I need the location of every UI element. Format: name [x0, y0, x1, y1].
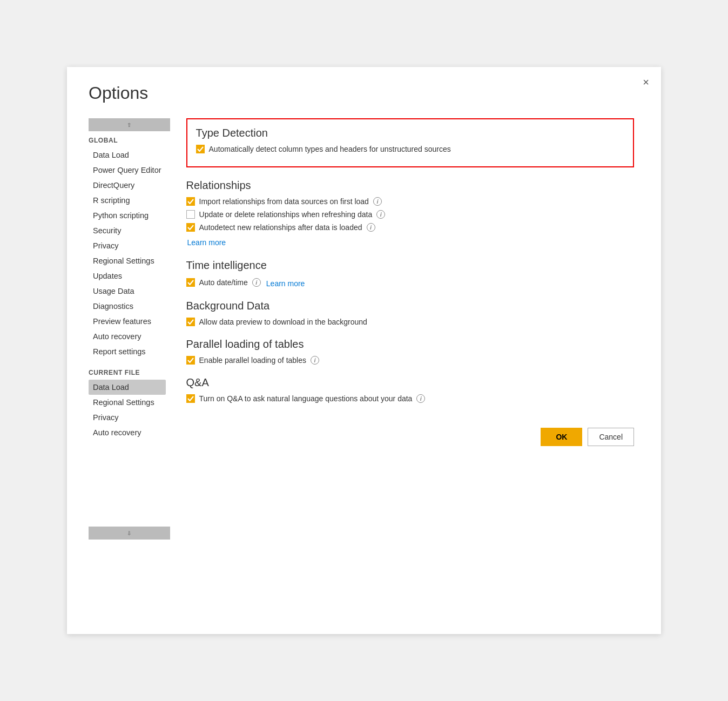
sidebar-item-global-python-scripting[interactable]: Python scripting — [89, 208, 166, 223]
dialog-footer: OK Cancel — [186, 419, 634, 446]
checkbox-update-delete-relationships[interactable] — [186, 210, 195, 219]
ok-button[interactable]: OK — [541, 428, 582, 446]
cancel-button[interactable]: Cancel — [588, 428, 634, 446]
option-row-update-delete-relationships: Update or delete relationships when refr… — [186, 210, 634, 219]
sidebar: ⇧ GLOBAL Data Load Power Query Editor Di… — [89, 118, 170, 540]
checkbox-auto-datetime[interactable] — [186, 278, 195, 287]
main-content: Type Detection Automatically detect colu… — [170, 118, 639, 540]
option-label-import-relationships: Import relationships from data sources o… — [199, 197, 369, 206]
relationships-section: Relationships Import relationships from … — [186, 179, 634, 247]
dialog-title: Options — [89, 83, 639, 103]
option-label-enable-parallel-loading: Enable parallel loading of tables — [199, 356, 306, 365]
info-icon-update-delete-relationships[interactable]: i — [376, 210, 385, 219]
option-row-turn-on-qna: Turn on Q&A to ask natural language ques… — [186, 394, 634, 403]
sidebar-item-global-diagnostics[interactable]: Diagnostics — [89, 299, 166, 314]
sidebar-item-global-data-load[interactable]: Data Load — [89, 147, 166, 163]
option-label-auto-datetime: Auto date/time — [199, 278, 248, 287]
global-section-label: GLOBAL — [89, 137, 166, 144]
background-data-title: Background Data — [186, 300, 634, 312]
checkbox-auto-detect-types[interactable] — [196, 145, 205, 153]
relationships-title: Relationships — [186, 179, 634, 192]
type-detection-title: Type Detection — [196, 127, 624, 139]
info-icon-auto-datetime[interactable]: i — [252, 278, 261, 287]
close-button[interactable]: × — [643, 77, 649, 87]
sidebar-scroll: ⇧ GLOBAL Data Load Power Query Editor Di… — [89, 118, 170, 540]
sidebar-item-global-updates[interactable]: Updates — [89, 268, 166, 284]
sidebar-item-global-regional-settings[interactable]: Regional Settings — [89, 253, 166, 268]
info-icon-autodetect-relationships[interactable]: i — [367, 223, 375, 232]
option-label-allow-background-download: Allow data preview to download in the ba… — [199, 318, 367, 326]
relationships-learn-more-link[interactable]: Learn more — [187, 238, 226, 247]
qna-section: Q&A Turn on Q&A to ask natural language … — [186, 376, 634, 403]
option-label-turn-on-qna: Turn on Q&A to ask natural language ques… — [199, 394, 413, 403]
checkbox-turn-on-qna[interactable] — [186, 394, 195, 403]
time-intelligence-title: Time intelligence — [186, 259, 634, 272]
option-row-auto-datetime: Auto date/time i Learn more — [186, 277, 634, 288]
options-dialog: × Options ⇧ GLOBAL Data Load Power Query… — [67, 67, 661, 634]
sidebar-item-global-report-settings[interactable]: Report settings — [89, 344, 166, 359]
option-label-autodetect-relationships: Autodetect new relationships after data … — [199, 223, 362, 232]
option-label-auto-detect-types: Automatically detect column types and he… — [209, 145, 451, 153]
sidebar-item-global-auto-recovery[interactable]: Auto recovery — [89, 329, 166, 344]
parallel-loading-section: Parallel loading of tables Enable parall… — [186, 338, 634, 365]
checkbox-allow-background-download[interactable] — [186, 318, 195, 326]
info-icon-turn-on-qna[interactable]: i — [416, 394, 425, 403]
scroll-up-button[interactable]: ⇧ — [89, 118, 170, 131]
time-intelligence-learn-more-link[interactable]: Learn more — [266, 279, 305, 288]
parallel-loading-title: Parallel loading of tables — [186, 338, 634, 351]
sidebar-item-cf-data-load[interactable]: Data Load — [89, 380, 166, 395]
option-row-autodetect-relationships: Autodetect new relationships after data … — [186, 223, 634, 232]
option-label-update-delete-relationships: Update or delete relationships when refr… — [199, 210, 373, 219]
qna-title: Q&A — [186, 376, 634, 389]
time-intelligence-section: Time intelligence Auto date/time i Learn… — [186, 259, 634, 288]
sidebar-item-cf-auto-recovery[interactable]: Auto recovery — [89, 425, 166, 440]
checkbox-import-relationships[interactable] — [186, 197, 195, 206]
sidebar-item-global-privacy[interactable]: Privacy — [89, 238, 166, 253]
option-row-auto-detect-types: Automatically detect column types and he… — [196, 145, 624, 153]
background-data-section: Background Data Allow data preview to do… — [186, 300, 634, 326]
scroll-down-button[interactable]: ⇩ — [89, 527, 170, 540]
info-icon-import-relationships[interactable]: i — [373, 197, 382, 206]
sidebar-item-global-security[interactable]: Security — [89, 223, 166, 238]
sidebar-item-cf-regional-settings[interactable]: Regional Settings — [89, 395, 166, 410]
checkbox-autodetect-relationships[interactable] — [186, 223, 195, 232]
sidebar-item-global-directquery[interactable]: DirectQuery — [89, 178, 166, 193]
option-row-enable-parallel-loading: Enable parallel loading of tables i — [186, 356, 634, 365]
sidebar-item-global-power-query-editor[interactable]: Power Query Editor — [89, 163, 166, 178]
sidebar-item-global-preview-features[interactable]: Preview features — [89, 314, 166, 329]
sidebar-item-global-usage-data[interactable]: Usage Data — [89, 284, 166, 299]
sidebar-item-cf-privacy[interactable]: Privacy — [89, 410, 166, 425]
option-row-import-relationships: Import relationships from data sources o… — [186, 197, 634, 206]
current-file-section-label: CURRENT FILE — [89, 369, 166, 376]
option-row-allow-background-download: Allow data preview to download in the ba… — [186, 318, 634, 326]
checkbox-enable-parallel-loading[interactable] — [186, 356, 195, 365]
info-icon-enable-parallel-loading[interactable]: i — [311, 356, 319, 365]
content-area: ⇧ GLOBAL Data Load Power Query Editor Di… — [89, 118, 639, 540]
type-detection-section: Type Detection Automatically detect colu… — [186, 118, 634, 167]
sidebar-item-global-r-scripting[interactable]: R scripting — [89, 193, 166, 208]
